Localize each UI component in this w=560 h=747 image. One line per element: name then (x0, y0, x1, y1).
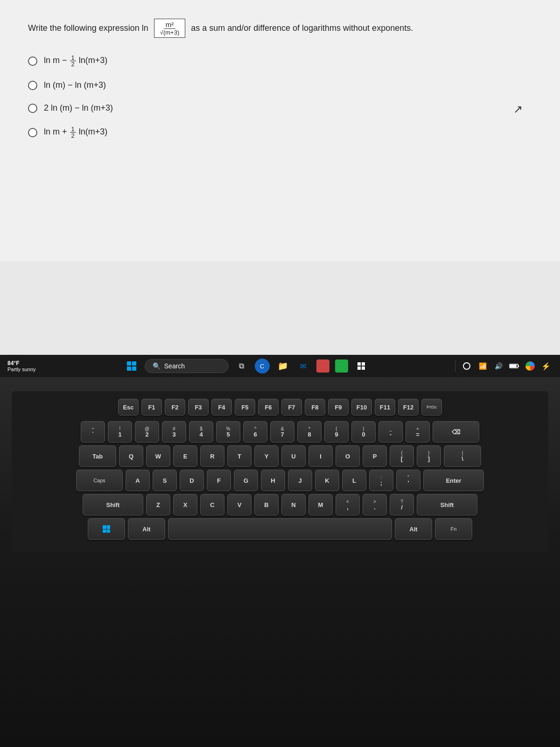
key-f[interactable]: F (207, 470, 231, 491)
key-semicolon[interactable]: :; (369, 470, 393, 491)
key-g[interactable]: G (234, 470, 258, 491)
taskbar-grid-icon[interactable] (354, 359, 369, 374)
key-c[interactable]: C (200, 494, 224, 515)
weather-widget[interactable]: 84°F Partly sunny (7, 360, 36, 372)
key-l[interactable]: L (342, 470, 366, 491)
key-f9[interactable]: F9 (328, 399, 349, 416)
key-enter[interactable]: Enter (423, 470, 484, 491)
key-w[interactable]: W (146, 445, 170, 467)
option-b[interactable]: ln (m) − ln (m+3) (28, 80, 532, 90)
key-rshift[interactable]: Shift (417, 494, 477, 515)
key-p[interactable]: P (363, 445, 387, 467)
notification-icon[interactable]: ⚡ (539, 359, 553, 373)
option-d[interactable]: ln m + 1 2 ln(m+3) (28, 126, 532, 139)
search-bar[interactable]: 🔍 Search (145, 359, 229, 373)
volume-icon[interactable]: 🔊 (492, 359, 505, 373)
taskbar-mail-icon[interactable]: ✉ (296, 359, 311, 374)
key-f6[interactable]: F6 (258, 399, 279, 416)
key-tab[interactable]: Tab (79, 445, 116, 467)
key-backtick[interactable]: ~` (81, 421, 105, 443)
radio-a[interactable] (28, 56, 37, 66)
key-9[interactable]: (9 (324, 421, 349, 443)
key-z[interactable]: Z (146, 494, 170, 515)
taskbar-app1-icon[interactable] (316, 359, 329, 373)
key-t[interactable]: T (227, 445, 252, 467)
key-q[interactable]: Q (119, 445, 143, 467)
key-8[interactable]: *8 (297, 421, 322, 443)
key-minus[interactable]: _- (378, 421, 403, 443)
windows-start-button[interactable] (124, 359, 139, 374)
key-h[interactable]: H (261, 470, 285, 491)
key-y[interactable]: Y (254, 445, 279, 467)
key-e[interactable]: E (173, 445, 197, 467)
key-r[interactable]: R (200, 445, 224, 467)
key-fn[interactable]: Fn (435, 518, 472, 540)
taskbar-file-icon[interactable]: 📁 (275, 359, 290, 374)
key-space[interactable] (168, 518, 392, 540)
taskbar-browser-icon[interactable]: C (255, 359, 270, 374)
network-icon[interactable]: 📶 (476, 359, 489, 373)
key-prtsc[interactable]: PrtSc (421, 399, 442, 416)
key-period[interactable]: >. (363, 494, 387, 515)
radio-d[interactable] (28, 128, 37, 137)
taskbar-app2-icon[interactable] (335, 359, 348, 373)
svg-rect-7 (518, 365, 519, 367)
radio-c[interactable] (28, 104, 37, 113)
key-equals[interactable]: += (406, 421, 430, 443)
key-ralt[interactable]: Alt (395, 518, 432, 540)
key-backslash[interactable]: |\ (444, 445, 481, 467)
key-backspace[interactable]: ⌫ (433, 421, 479, 443)
key-lshift[interactable]: Shift (83, 494, 143, 515)
option-c[interactable]: 2 ln (m) − ln (m+3) (28, 103, 532, 113)
key-capslock[interactable]: Caps (76, 470, 123, 491)
key-s[interactable]: S (153, 470, 177, 491)
key-3[interactable]: #3 (162, 421, 186, 443)
key-m[interactable]: M (308, 494, 333, 515)
cortana-icon[interactable] (460, 359, 473, 373)
key-6[interactable]: ^6 (243, 421, 267, 443)
key-f1[interactable]: F1 (141, 399, 162, 416)
taskview-button[interactable]: ⧉ (234, 359, 249, 374)
radio-b[interactable] (28, 81, 37, 90)
key-2[interactable]: @2 (135, 421, 159, 443)
key-f3[interactable]: F3 (188, 399, 209, 416)
key-lalt[interactable]: Alt (128, 518, 165, 540)
key-1[interactable]: !1 (108, 421, 132, 443)
key-esc[interactable]: Esc (118, 399, 139, 416)
battery-icon[interactable] (508, 359, 521, 373)
key-0[interactable]: )0 (351, 421, 376, 443)
key-a[interactable]: A (126, 470, 150, 491)
key-u[interactable]: U (281, 445, 306, 467)
key-f5[interactable]: F5 (235, 399, 255, 416)
key-rbracket[interactable]: }] (417, 445, 441, 467)
key-win[interactable] (88, 518, 125, 540)
key-f11[interactable]: F11 (375, 399, 395, 416)
key-f8[interactable]: F8 (305, 399, 325, 416)
key-4[interactable]: $4 (189, 421, 213, 443)
key-f10[interactable]: F10 (351, 399, 372, 416)
key-o[interactable]: O (336, 445, 360, 467)
key-7[interactable]: &7 (270, 421, 294, 443)
key-f4[interactable]: F4 (211, 399, 232, 416)
key-quote[interactable]: "' (396, 470, 420, 491)
expression-display: m² √(m+3) (154, 19, 185, 38)
key-slash[interactable]: ?/ (390, 494, 414, 515)
key-j[interactable]: J (288, 470, 312, 491)
key-n[interactable]: N (281, 494, 306, 515)
key-k[interactable]: K (315, 470, 339, 491)
key-f12[interactable]: F12 (398, 399, 419, 416)
question-prefix: Write the following expression ln (28, 23, 148, 33)
key-x[interactable]: X (173, 494, 197, 515)
key-i[interactable]: I (308, 445, 333, 467)
option-a[interactable]: ln m − 1 2 ln(m+3) (28, 55, 532, 67)
key-comma[interactable]: <, (336, 494, 360, 515)
key-d[interactable]: D (180, 470, 204, 491)
key-f2[interactable]: F2 (165, 399, 185, 416)
key-v[interactable]: V (227, 494, 252, 515)
key-5[interactable]: %5 (216, 421, 240, 443)
key-lbracket[interactable]: {[ (390, 445, 414, 467)
chrome-icon[interactable] (524, 359, 537, 373)
key-f7[interactable]: F7 (281, 399, 302, 416)
key-b[interactable]: B (254, 494, 279, 515)
question-text: Write the following expression ln m² √(m… (28, 19, 532, 38)
